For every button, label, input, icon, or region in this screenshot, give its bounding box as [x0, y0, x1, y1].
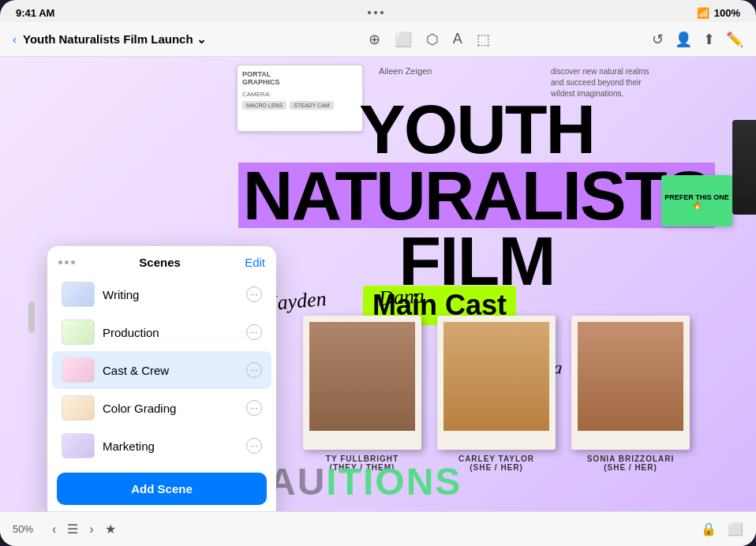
scene-more-marketing[interactable]: ···: [246, 438, 262, 454]
scene-name-color-grading: Color Grading: [103, 402, 238, 415]
status-bar: 9:41 AM 📶 100%: [0, 0, 756, 22]
bottom-auditions-text: AUITIONS: [268, 460, 462, 503]
cast-photo-1: TY FULLBRIGHT (THEY / THEM): [303, 316, 421, 472]
scene-item-cast-crew[interactable]: Cast & Crew ···: [52, 351, 271, 389]
nav-list-icon[interactable]: ☰: [67, 522, 78, 537]
undo-icon[interactable]: ↺: [652, 31, 664, 48]
nav-forward-icon[interactable]: ›: [89, 522, 93, 537]
scene-name-production: Production: [103, 326, 238, 339]
scene-thumb-cast: [62, 357, 95, 383]
toolbar-image-icon[interactable]: ⬚: [477, 31, 490, 48]
canvas-area: Aileen Zeigen discover new natural realm…: [0, 57, 756, 511]
scene-item-writing[interactable]: Writing ···: [52, 275, 271, 313]
share-icon[interactable]: ⬆: [703, 31, 715, 48]
aileen-label: Aileen Zeigen: [379, 66, 432, 76]
toolbar-left: ‹ Youth Naturalists Film Launch ⌄: [13, 32, 207, 47]
dropdown-arrow: ⌄: [196, 32, 207, 47]
cast-image-3: [578, 322, 683, 431]
scroll-indicator: [28, 301, 35, 333]
bottom-toolbar: 50% ‹ ☰ › ★ 🔒 ⬜: [0, 511, 756, 546]
scenes-panel: Scenes Edit Writing ··· Production ···: [47, 246, 276, 511]
toolbar-media-icon[interactable]: ⬡: [426, 31, 439, 48]
scene-thumb-writing: [62, 282, 95, 307]
scene-name-cast-crew: Cast & Crew: [103, 364, 238, 377]
cast-name-3: SONIA BRIZZOLARI (SHE / HER): [587, 454, 675, 472]
document-title[interactable]: Youth Naturalists Film Launch ⌄: [23, 32, 207, 47]
cast-photo-3: SONIA BRIZZOLARI (SHE / HER): [571, 316, 690, 472]
card-label: PORTALGRAPHICS: [242, 70, 357, 86]
scene-more-writing[interactable]: ···: [246, 286, 262, 302]
title-line3: FILM: [237, 228, 717, 294]
nav-back-icon[interactable]: ‹: [52, 522, 56, 537]
dot-1: [58, 260, 62, 264]
title-line2: NATURALISTS: [238, 163, 715, 229]
nav-star-icon[interactable]: ★: [105, 522, 116, 537]
main-toolbar: ‹ Youth Naturalists Film Launch ⌄ ⊕ ⬜ ⬡ …: [0, 22, 756, 57]
scene-item-production[interactable]: Production ···: [52, 313, 271, 351]
wifi-icon: 📶: [697, 7, 709, 19]
dot-1: [368, 11, 371, 14]
right-edge-card: [732, 120, 756, 215]
zoom-level[interactable]: 50%: [13, 523, 41, 535]
edit-icon[interactable]: ✏️: [726, 31, 743, 48]
cast-name-2: CARLEY TAYLOR (SHE / HER): [458, 454, 534, 472]
lock-icon[interactable]: 🔒: [701, 522, 717, 537]
scene-name-marketing: Marketing: [103, 439, 238, 453]
scenes-edit-button[interactable]: Edit: [245, 256, 265, 269]
main-title-text: YOUTH NATURALISTS FILM: [237, 96, 717, 294]
cast-image-2: [443, 322, 549, 431]
thumb-inner-color: [62, 396, 94, 420]
scenes-header: Scenes Edit: [47, 246, 276, 275]
scenes-title: Scenes: [139, 256, 181, 269]
ipad-frame: 9:41 AM 📶 100% ‹ Youth Naturalists Film …: [0, 0, 756, 546]
polaroid-1: [303, 316, 421, 450]
cast-photo-2: CARLEY TAYLOR (SHE / HER): [437, 316, 556, 472]
status-right: 📶 100%: [697, 7, 740, 19]
toolbar-text-icon[interactable]: A: [453, 31, 462, 47]
scene-more-cast-crew[interactable]: ···: [246, 362, 262, 378]
dot-3: [71, 260, 75, 264]
toolbar-right: ↺ 👤 ⬆ ✏️: [652, 31, 743, 48]
collaborators-icon[interactable]: 👤: [675, 31, 692, 48]
cast-photos: TY FULLBRIGHT (THEY / THEM) CARLEY TAYLO…: [260, 316, 732, 472]
scene-thumb-production: [62, 320, 95, 345]
add-scene-button[interactable]: Add Scene: [57, 473, 267, 505]
panel-dots: [58, 260, 75, 264]
dot-3: [380, 11, 384, 14]
toolbar-table-icon[interactable]: ⬜: [395, 31, 412, 48]
status-center: [368, 11, 384, 14]
scene-thumb-color: [62, 395, 95, 421]
polaroid-3: [571, 316, 690, 450]
dot-2: [374, 11, 377, 14]
toolbar-center: ⊕ ⬜ ⬡ A ⬚: [369, 31, 490, 48]
title-line1: YOUTH: [237, 96, 717, 163]
dot-2: [65, 260, 69, 264]
scene-thumb-marketing: [62, 433, 95, 458]
scene-more-color-grading[interactable]: ···: [246, 400, 262, 416]
scene-name-writing: Writing: [103, 288, 238, 301]
signature-dana: Dana: [378, 285, 425, 311]
sticky-note: PREFER THIS ONE 🔥: [661, 175, 732, 226]
back-button[interactable]: ‹: [13, 32, 17, 46]
thumb-inner-cast: [62, 358, 94, 382]
bottom-right-icons: 🔒 ⬜: [701, 522, 743, 537]
signature-jayden: Jayden: [268, 287, 327, 316]
scene-item-marketing[interactable]: Marketing ···: [52, 427, 271, 465]
polaroid-2: [437, 316, 556, 450]
status-time: 9:41 AM: [16, 7, 54, 19]
cast-image-1: [309, 322, 415, 431]
thumb-inner-writing: [62, 282, 94, 306]
scene-item-color-grading[interactable]: Color Grading ···: [52, 389, 271, 427]
toolbar-shape-icon[interactable]: ⊕: [369, 31, 380, 48]
thumb-inner-production: [62, 320, 94, 344]
fullscreen-icon[interactable]: ⬜: [728, 522, 743, 537]
battery-level: 100%: [714, 7, 740, 19]
thumb-inner-marketing: [62, 434, 94, 458]
scene-more-production[interactable]: ···: [246, 324, 262, 340]
